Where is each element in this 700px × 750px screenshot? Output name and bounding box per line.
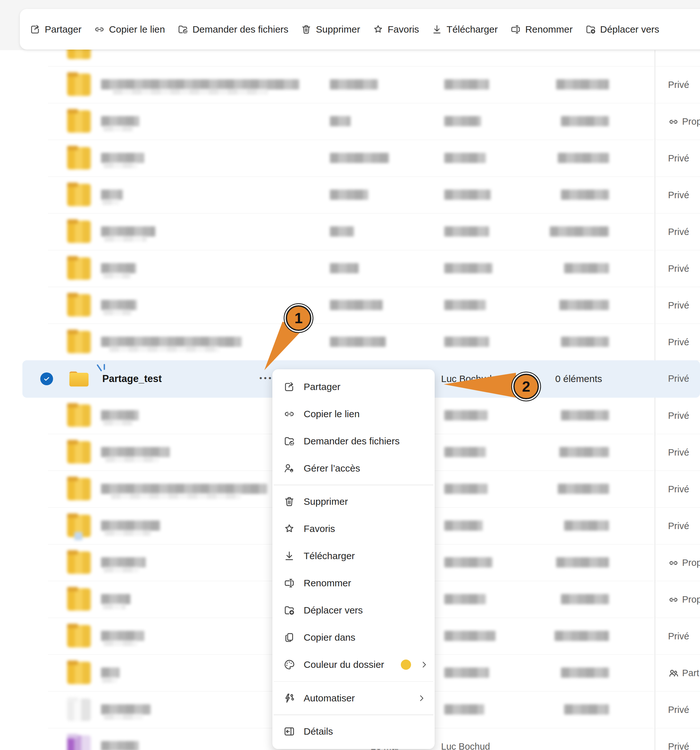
file-size-redacted xyxy=(550,226,609,237)
share-status: Privé xyxy=(668,251,689,287)
menu-item-label: Favoris xyxy=(304,523,335,534)
file-name-redacted xyxy=(101,410,139,420)
file-row[interactable]: Privé xyxy=(22,287,700,324)
menu-item-d-placer-vers[interactable]: Déplacer vers xyxy=(272,597,435,624)
file-size-redacted xyxy=(558,484,609,494)
menu-item-couleur-du-dossier[interactable]: Couleur du dossier xyxy=(272,651,435,678)
share-status: Privé xyxy=(668,140,689,177)
file-name-redacted xyxy=(101,226,155,237)
share-status-label: Privé xyxy=(668,521,689,531)
file-size-redacted xyxy=(556,557,609,567)
menu-item-label: Copier le lien xyxy=(304,409,359,420)
file-name[interactable]: Partage_test xyxy=(102,360,162,397)
link-icon xyxy=(668,116,679,127)
file-size-redacted xyxy=(554,631,609,641)
details-icon xyxy=(283,725,295,738)
menu-item-d-tails[interactable]: Détails xyxy=(272,718,435,745)
share-icon xyxy=(29,24,41,35)
file-size-redacted xyxy=(561,116,609,126)
link-icon xyxy=(668,558,679,569)
menu-item-demander-des-fichiers[interactable]: Demander des fichiers xyxy=(272,427,435,455)
rename-icon xyxy=(283,577,295,589)
file-size-redacted xyxy=(556,79,609,89)
toolbar-button-partager[interactable]: Partager xyxy=(29,24,81,35)
toolbar-button-t-l-charger[interactable]: Télécharger xyxy=(431,24,498,35)
toolbar-button-d-placer-vers[interactable]: Déplacer vers xyxy=(585,24,659,35)
row-checkbox-checked[interactable] xyxy=(40,372,53,385)
file-size-redacted xyxy=(558,153,609,163)
modified-date-redacted xyxy=(330,263,359,274)
menu-divider xyxy=(273,681,433,682)
file-name-redacted xyxy=(101,667,120,678)
modified-by: Luc Bochud xyxy=(441,728,490,750)
modified-by-redacted xyxy=(444,594,486,604)
file-row[interactable]: Privé xyxy=(22,140,700,177)
star-icon xyxy=(283,523,295,535)
folder-icon-blurred xyxy=(67,478,91,500)
file-row[interactable]: Privé xyxy=(22,324,700,361)
star-icon xyxy=(372,24,384,35)
file-name-redacted xyxy=(101,704,150,715)
file-icon-blurred xyxy=(67,735,91,750)
menu-item-favoris[interactable]: Favoris xyxy=(272,515,435,543)
modified-date-redacted xyxy=(330,116,351,126)
toolbar-button-favoris[interactable]: Favoris xyxy=(372,24,419,35)
menu-item-supprimer[interactable]: Supprimer xyxy=(272,488,435,515)
modified-date-redacted xyxy=(330,300,382,310)
menu-item-renommer[interactable]: Renommer xyxy=(272,570,435,597)
menu-item-partager[interactable]: Partager xyxy=(272,373,435,400)
download-icon xyxy=(283,550,295,562)
toolbar-button-label: Demander des fichiers xyxy=(192,24,288,35)
file-row[interactable]: Prop xyxy=(22,103,700,140)
file-row[interactable]: Privé xyxy=(22,177,700,214)
share-status: Privé xyxy=(668,214,689,251)
share-status-label: Privé xyxy=(668,447,689,458)
toolbar-button-copier-le-lien[interactable]: Copier le lien xyxy=(94,24,165,35)
menu-item-automatiser[interactable]: Automatiser xyxy=(272,684,435,712)
share-status-label: Privé xyxy=(668,705,689,715)
link-icon xyxy=(668,594,679,605)
share-status-label: Privé xyxy=(668,373,689,384)
file-size-redacted xyxy=(561,190,609,200)
file-name-redacted xyxy=(101,153,144,163)
link-icon xyxy=(94,24,105,35)
menu-item-copier-le-lien[interactable]: Copier le lien xyxy=(272,400,435,427)
file-name-redacted xyxy=(101,263,136,274)
file-size-redacted xyxy=(564,263,609,274)
file-row[interactable]: Privé xyxy=(22,214,700,251)
file-row[interactable]: Privé xyxy=(22,251,700,287)
modified-by-redacted xyxy=(444,226,489,237)
menu-item-copier-dans[interactable]: Copier dans xyxy=(272,624,435,651)
folder-icon-blurred xyxy=(67,404,91,427)
menu-item-label: Télécharger xyxy=(304,550,355,561)
share-status: Privé xyxy=(668,434,689,471)
modified-date-redacted xyxy=(330,153,389,163)
menu-item-g-rer-l-acc-s[interactable]: Gérer l’accès xyxy=(272,455,435,482)
menu-item-t-l-charger[interactable]: Télécharger xyxy=(272,543,435,570)
share-status-label: Privé xyxy=(668,190,689,200)
share-status: Privé xyxy=(668,287,689,324)
palette-icon xyxy=(283,659,295,671)
modified-by-redacted xyxy=(444,447,486,457)
share-status-label: Privé xyxy=(668,337,689,347)
folder-icon-blurred xyxy=(67,184,91,206)
share-status-label: Privé xyxy=(668,263,689,274)
share-status-label: Part xyxy=(682,668,699,678)
modified-by-redacted xyxy=(444,263,492,274)
onedrive-file-list-screen: Privé Prop Privé Privé Privé Privé Privé… xyxy=(0,0,700,750)
modified-by-redacted xyxy=(444,79,489,89)
share-status: Privé xyxy=(668,360,689,397)
copy-icon xyxy=(283,632,295,644)
modified-date-redacted xyxy=(330,337,386,347)
folder-color-swatch xyxy=(401,659,411,670)
folder-icon xyxy=(69,370,89,387)
share-status: Privé xyxy=(668,324,689,361)
toolbar-button-renommer[interactable]: Renommer xyxy=(510,24,573,35)
menu-item-label: Renommer xyxy=(304,578,351,589)
file-name-redacted xyxy=(101,300,137,310)
toolbar-button-supprimer[interactable]: Supprimer xyxy=(301,24,360,35)
file-name-redacted xyxy=(101,557,146,567)
toolbar-button-demander-des-fichiers[interactable]: Demander des fichiers xyxy=(177,24,288,35)
file-name-redacted xyxy=(101,190,123,200)
file-row[interactable]: Privé xyxy=(22,66,700,103)
